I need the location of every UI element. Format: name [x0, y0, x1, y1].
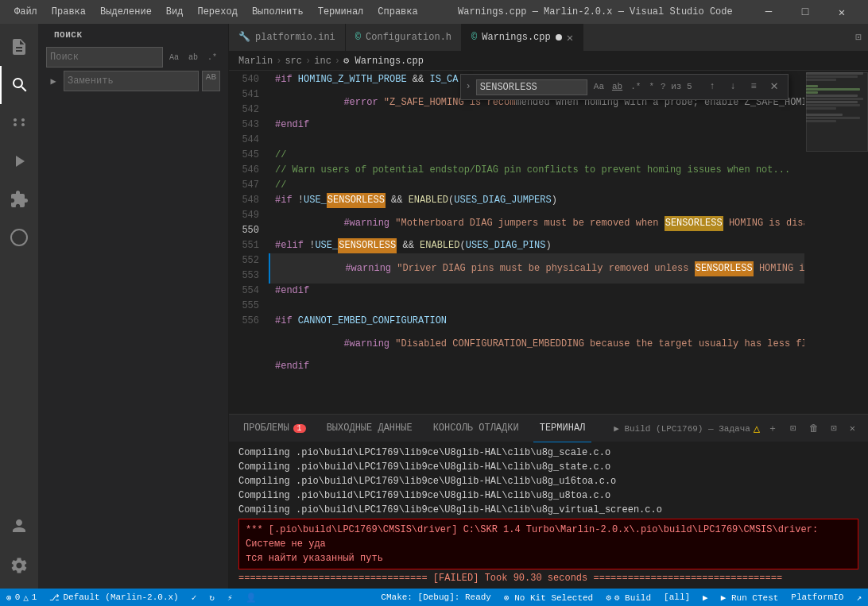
window-controls[interactable]: ─ □ ✕	[750, 0, 860, 24]
code-line-547[interactable]: #if !USE_SENSORLESS && ENABLED(USES_DIAG…	[269, 193, 804, 208]
menu-file[interactable]: Файл	[8, 5, 44, 19]
find-asterisk[interactable]: *	[645, 78, 657, 96]
panel-maximize[interactable]: ⊡	[827, 421, 842, 436]
code-line-553[interactable]: #if CANNOT_EMBED_CONFIGURATION	[269, 314, 804, 329]
code-line-546[interactable]: //	[269, 178, 804, 193]
status-debug[interactable]: ▶	[696, 589, 715, 606]
panel-add-terminal[interactable]: ＋	[763, 420, 782, 437]
minimize-button[interactable]: ─	[750, 0, 787, 24]
sidebar: ПОИСК Aa ab .* ▶ AB	[38, 24, 229, 589]
activity-run[interactable]	[0, 142, 38, 180]
menu-view[interactable]: Вид	[160, 5, 190, 19]
activity-search[interactable]	[0, 66, 38, 104]
status-refresh[interactable]: ↻	[203, 589, 221, 606]
search-input[interactable]	[50, 52, 159, 63]
menu-selection[interactable]: Выделение	[94, 5, 158, 19]
code-line-548[interactable]: #warning "Motherboard DIAG jumpers must …	[269, 208, 804, 238]
menu-help[interactable]: Справка	[371, 5, 424, 19]
find-close-button[interactable]: ✕	[765, 79, 783, 96]
status-user[interactable]: 👤	[239, 589, 263, 606]
minimap-slider[interactable]	[806, 72, 868, 152]
build-icon: ⚙	[606, 592, 611, 603]
status-build-all[interactable]: [all]	[657, 589, 696, 606]
code-line-551[interactable]: #endif	[269, 284, 804, 299]
status-errors-warnings[interactable]: ⊗ 0 △ 1	[0, 589, 43, 606]
breadcrumb-inc[interactable]: inc	[314, 56, 331, 67]
status-build[interactable]: ⚙ ⚙ Build	[599, 589, 657, 606]
status-run-ctest[interactable]: ▶ Run CTest	[715, 589, 785, 606]
search-whole-word[interactable]: ab	[185, 49, 201, 65]
panel-close[interactable]: ✕	[845, 421, 860, 436]
status-branch[interactable]: ⎇ Default (Marlin-2.0.x)	[43, 589, 184, 606]
search-match-case[interactable]: Aa	[166, 49, 182, 65]
status-sync[interactable]: ✓	[185, 589, 203, 606]
panel-content[interactable]: Compiling .pio\build\LPC1769\lib9ce\U8gl…	[229, 442, 868, 589]
breadcrumb-src[interactable]: src	[285, 56, 302, 67]
find-input[interactable]	[476, 79, 587, 95]
split-editor-button[interactable]: ⊡	[849, 24, 868, 51]
status-external-link[interactable]: ↗	[850, 589, 868, 606]
find-regex[interactable]: .*	[627, 78, 644, 96]
panel-tab-debug-console[interactable]: КОНСОЛЬ ОТЛАДКИ	[427, 415, 525, 442]
menu-go[interactable]: Переход	[191, 5, 243, 19]
activity-extensions[interactable]	[0, 180, 38, 218]
code-line-544[interactable]: //	[269, 148, 804, 163]
close-button[interactable]: ✕	[823, 0, 860, 24]
panel-tab-terminal[interactable]: ТЕРМИНАЛ	[533, 415, 592, 442]
maximize-button[interactable]: □	[787, 0, 823, 24]
tab-icon-warnings: ©	[471, 32, 477, 43]
window-title: Warnings.cpp — Marlin-2.0.x — Visual Stu…	[440, 6, 750, 17]
line-nr-549: 549	[229, 208, 262, 223]
code-line-550[interactable]: #warning "Driver DIAG pins must be physi…	[269, 253, 804, 284]
tab-configuration-h[interactable]: © Configuration.h	[346, 24, 462, 51]
search-regex[interactable]: .*	[204, 49, 220, 65]
menu-run[interactable]: Выполнить	[246, 5, 310, 19]
find-prev-button[interactable]: ↑	[703, 79, 721, 96]
code-line-552[interactable]	[269, 299, 804, 314]
code-line-555[interactable]: #endif	[269, 359, 804, 374]
code-line-542[interactable]: #endif	[269, 118, 804, 133]
line-nr-555: 555	[229, 299, 262, 314]
status-lightning[interactable]: ⚡	[221, 589, 239, 606]
tab-warnings-cpp[interactable]: © Warnings.cpp ✕	[462, 24, 583, 51]
code-content[interactable]: › Aa ab .* * ? из 5 ↑ ↓ ≡ ✕	[269, 71, 804, 414]
tab-modified-dot	[556, 34, 562, 41]
activity-platformio[interactable]	[0, 218, 38, 257]
code-line-556[interactable]	[269, 374, 804, 389]
code-line-543[interactable]	[269, 133, 804, 148]
find-list-button[interactable]: ≡	[745, 79, 762, 96]
status-cmake[interactable]: CMake: [Debug]: Ready	[374, 589, 498, 606]
menu-edit[interactable]: Правка	[45, 5, 92, 19]
activity-source-control[interactable]	[0, 104, 38, 142]
menu-bar[interactable]: Файл Правка Выделение Вид Переход Выполн…	[8, 5, 424, 19]
status-platformio[interactable]: PlatformIO	[785, 589, 850, 606]
activity-settings[interactable]	[0, 546, 38, 585]
line-numbers: 540 541 542 543 544 545 546 547 548 549 …	[229, 71, 269, 414]
code-line-554[interactable]: #warning "Disabled CONFIGURATION_EMBEDDI…	[269, 329, 804, 359]
line-nr-551: 551	[229, 238, 262, 253]
tab-platformio-ini[interactable]: 🔧 platformio.ini	[229, 24, 346, 51]
activity-account[interactable]	[0, 507, 38, 545]
status-kit[interactable]: ⊗ No Kit Selected	[498, 589, 599, 606]
sidebar-title: ПОИСК	[38, 24, 228, 44]
breadcrumb-marlin[interactable]: Marlin	[238, 56, 273, 67]
tab-close-warnings[interactable]: ✕	[567, 31, 573, 44]
minimap[interactable]	[804, 71, 868, 414]
menu-terminal[interactable]: Терминал	[312, 5, 370, 19]
activity-explorer[interactable]	[0, 28, 38, 66]
problems-label: ПРОБЛЕМЫ	[243, 423, 289, 434]
panel-tab-problems[interactable]: ПРОБЛЕМЫ 1	[237, 415, 312, 442]
panel-kill[interactable]: 🗑	[804, 421, 823, 436]
find-match-case[interactable]: Aa	[591, 78, 607, 96]
find-whole-word[interactable]: ab	[609, 78, 626, 96]
line-nr-541: 541	[229, 87, 262, 102]
panel-split[interactable]: ⊡	[785, 421, 800, 436]
replace-button[interactable]: AB	[202, 71, 220, 91]
find-next-button[interactable]: ↓	[724, 79, 742, 96]
panel-tab-output[interactable]: ВЫХОДНЫЕ ДАННЫЕ	[320, 415, 419, 442]
build-task-label: ▶ Build (LPC1769) — Задача	[614, 423, 750, 434]
code-line-549[interactable]: #elif !USE_SENSORLESS && ENABLED(USES_DI…	[269, 238, 804, 253]
replace-input[interactable]	[68, 75, 195, 87]
replace-toggle[interactable]: ▶	[46, 74, 60, 88]
code-line-545[interactable]: // Warn users of potential endstop/DIAG …	[269, 163, 804, 178]
